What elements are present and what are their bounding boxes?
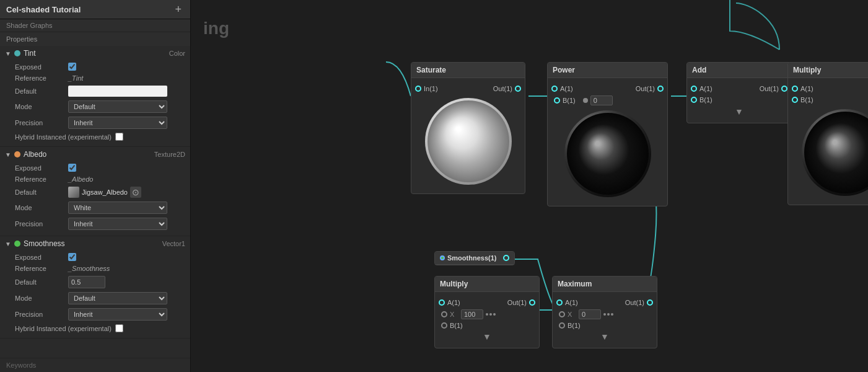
power-b-dot[interactable] (554, 97, 560, 104)
multiply1-a-dot[interactable] (792, 86, 798, 92)
add-a-row: A(1) Out(1) (691, 83, 787, 94)
max-a-label: A(1) (565, 299, 578, 306)
add-b-row: B(1) (691, 94, 787, 105)
max-chevron: ▼ (600, 332, 609, 342)
albedo-mode-select[interactable]: White (68, 202, 167, 214)
ms-b-label: B(1) (450, 322, 463, 329)
saturate-node[interactable]: Saturate In(1) Out(1) (411, 62, 525, 194)
ms-a-label: A(1) (447, 299, 460, 306)
tint-exposed-checkbox[interactable] (68, 63, 76, 71)
saturate-out-dot[interactable] (515, 86, 521, 92)
max-b-label: B(1) (568, 322, 581, 329)
add-node[interactable]: Add A(1) Out(1) B(1) ▼ (686, 62, 792, 123)
albedo-precision-select[interactable]: Inherit (68, 218, 167, 230)
power-body: A(1) Out(1) B(1) 0 (548, 78, 667, 206)
albedo-exposed-checkbox[interactable] (68, 164, 76, 172)
canvas-title: ing (203, 19, 229, 38)
smoothness-hybrid-checkbox[interactable] (115, 324, 123, 332)
smoothness-name: Smoothness (24, 239, 65, 248)
albedo-precision-label: Precision (15, 220, 64, 228)
tint-group: ▼ Tint Color Exposed Reference _Tint Def… (0, 46, 190, 147)
max-b-row: X 0 (556, 308, 653, 321)
max-x-val: 0 (579, 309, 601, 319)
smoothness-small-out[interactable] (503, 255, 509, 261)
saturate-body: In(1) Out(1) (411, 78, 525, 193)
smoothness-group-header[interactable]: ▼ Smoothness Vector1 (0, 236, 190, 251)
ms-a-row: A(1) Out(1) (439, 297, 535, 308)
multiply1-b-port: B(1) (792, 96, 813, 104)
multiply1-b-dot[interactable] (792, 97, 798, 103)
add-a-label: A(1) (699, 85, 712, 92)
saturate-in-port: In(1) (415, 85, 438, 92)
albedo-group-header[interactable]: ▼ Albedo Texture2D (0, 147, 190, 162)
ms-a-dot[interactable] (439, 299, 445, 306)
power-header: Power (548, 63, 667, 78)
smoothness-group: ▼ Smoothness Vector1 Exposed Reference _… (0, 236, 190, 339)
add-out-dot[interactable] (781, 86, 787, 92)
smoothness-reference-row: Reference _Smoothness (0, 263, 190, 274)
albedo-reference-row: Reference _Albedo (0, 174, 190, 185)
add-button[interactable]: + (172, 4, 184, 15)
tint-reference-row: Reference _Tint (0, 73, 190, 84)
add-header: Add (687, 63, 791, 78)
smoothness-exposed-checkbox[interactable] (68, 253, 76, 261)
saturate-in-dot[interactable] (415, 86, 421, 92)
smoothness-default-row: Default (0, 274, 190, 290)
ms-out-dot[interactable] (529, 299, 535, 306)
smoothness-small-node[interactable]: Smoothness(1) (434, 251, 515, 265)
smoothness-exposed-label: Exposed (15, 254, 64, 261)
add-a-port: A(1) (691, 85, 712, 92)
texture-name: Jigsaw_Albedo (82, 188, 128, 196)
keywords-label: Keywords (0, 358, 190, 372)
power-out-dot[interactable] (657, 86, 664, 92)
saturate-in-label: In(1) (424, 85, 438, 92)
smoothness-default-label: Default (15, 278, 64, 286)
tint-default-input[interactable] (68, 86, 167, 97)
multiply1-b-row: B(1) (792, 94, 868, 105)
smoothness-default-input[interactable] (68, 276, 105, 288)
power-b-row: B(1) 0 (551, 94, 664, 107)
ms-x-val: 100 (461, 309, 483, 319)
multiply-small-node[interactable]: Multiply A(1) Out(1) X 100 (434, 276, 540, 348)
tint-hybrid-label: Hybrid Instanced (experimental) (15, 133, 112, 141)
maximum-header: Maximum (553, 277, 657, 292)
albedo-name: Albedo (24, 150, 46, 159)
tint-mode-select[interactable]: Default (68, 100, 167, 113)
albedo-reference-label: Reference (15, 175, 64, 183)
albedo-group: ▼ Albedo Texture2D Exposed Reference _Al… (0, 147, 190, 236)
power-b-x-dot (583, 98, 588, 103)
smoothness-mode-row: Mode Default (0, 290, 190, 306)
max-three-dots (603, 313, 613, 316)
tint-name: Tint (24, 49, 36, 58)
max-a-dot[interactable] (556, 299, 563, 306)
smoothness-precision-select[interactable]: Inherit (68, 308, 167, 321)
albedo-default-row: Default Jigsaw_Albedo ⊙ (0, 185, 190, 200)
maximum-node[interactable]: Maximum A(1) Out(1) X 0 B( (552, 276, 657, 348)
multiply-small-body: A(1) Out(1) X 100 B(1) ▼ (435, 292, 539, 348)
tint-group-header[interactable]: ▼ Tint Color (0, 46, 190, 61)
tint-precision-select[interactable]: Inherit (68, 117, 167, 129)
canvas-area[interactable]: ing Saturate In(1) (191, 0, 868, 372)
max-out-label: Out(1) (625, 299, 644, 306)
max-chevron-row: ▼ (556, 330, 653, 343)
smoothness-hybrid-row: Hybrid Instanced (experimental) (0, 322, 190, 334)
tint-hybrid-row: Hybrid Instanced (experimental) (0, 131, 190, 143)
power-a-dot[interactable] (551, 86, 558, 92)
saturate-title: Saturate (416, 66, 446, 74)
max-out-dot[interactable] (647, 299, 653, 306)
power-a-row: A(1) Out(1) (551, 83, 664, 94)
multiply1-node[interactable]: Multiply A(1) Out(1) B(1) (787, 62, 868, 205)
power-node[interactable]: Power A(1) Out(1) B(1) 0 (547, 62, 668, 206)
smoothness-mode-select[interactable]: Default (68, 292, 167, 304)
ms-chevron-row: ▼ (439, 330, 535, 343)
ms-a-port: A(1) (439, 299, 460, 306)
smoothness-small-title: Smoothness(1) (447, 254, 496, 262)
max-b2-dot (559, 322, 565, 329)
texture-pick-button[interactable]: ⊙ (130, 187, 141, 198)
add-b-dot[interactable] (691, 97, 697, 103)
tint-type: Color (169, 50, 185, 57)
tint-default-row: Default (0, 84, 190, 99)
add-a-dot[interactable] (691, 86, 697, 92)
albedo-dot (14, 151, 20, 157)
tint-hybrid-checkbox[interactable] (115, 133, 123, 141)
